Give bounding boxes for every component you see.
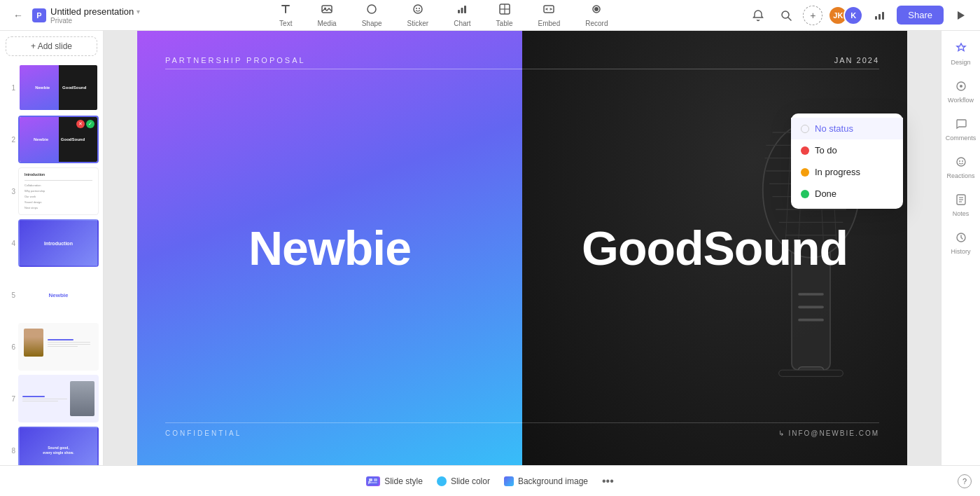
comments-label: Comments [946,135,976,142]
panel-workflow[interactable]: Workflow [944,74,978,109]
left-top-divider [165,69,522,69]
slide-thumbnail: Introduction Collaboration Why partnersh… [18,167,99,215]
no-status-dot [801,125,809,133]
panel-notes[interactable]: Notes [944,188,978,223]
shape-icon [365,3,378,18]
svg-rect-20 [878,14,881,20]
workflow-label: Workflow [948,97,974,104]
svg-point-4 [368,5,376,13]
newbie-brand: Newbie [248,221,411,275]
avatar-group: JK K [828,6,863,25]
analytics-button[interactable] [869,4,891,27]
tool-media[interactable]: Media [312,0,342,30]
slide-item[interactable]: 8 Sound good,every single show. [0,425,103,465]
tool-embed[interactable]: Embed [533,0,566,30]
svg-rect-26 [798,319,824,322]
tool-sticker[interactable]: Sticker [402,0,435,30]
confidential-label: CONFIDENTIAL [165,429,241,437]
panel-comments[interactable]: Comments [944,112,978,147]
tool-table[interactable]: Table [491,0,519,30]
tool-media-label: Media [317,20,336,27]
presentation-title[interactable]: Untitled presentation ▾ [50,6,140,17]
sticker-icon [412,3,424,18]
right-panel: Design Workflow Comments Reactions Notes [941,31,980,465]
slide-item[interactable]: 4 Introduction [0,217,103,269]
slide-color-button[interactable]: Slide color [437,476,490,486]
svg-point-47 [962,160,963,162]
tool-table-label: Table [496,20,513,27]
check-icon: ✓ [86,120,94,128]
email-label: ↳ INFO@NEWBIE.COM [778,429,879,437]
slide-style-button[interactable]: P Slide style [366,476,423,486]
panel-history[interactable]: History [944,226,978,261]
chart-icon [456,3,468,18]
status-in-progress[interactable]: In progress [791,161,903,183]
slide-style-icon: P [366,476,380,486]
tool-chart[interactable]: Chart [448,0,476,30]
add-collaborator-button[interactable]: + [803,6,822,25]
notes-icon [955,193,967,209]
slide-thumbnail: Introduction [18,219,99,267]
notes-label: Notes [953,210,969,217]
title-area: Untitled presentation ▾ Private [50,6,140,25]
tool-record[interactable]: Record [580,0,613,30]
notification-button[interactable] [747,4,769,27]
svg-rect-1 [285,5,286,13]
main-layout: + Add slide 1 Newbie GoodSound 2 New [0,31,980,465]
bottom-bar: P Slide style Slide color Background ima… [0,465,980,496]
slide-thumbnail: Newbie GoodSound [18,64,99,111]
back-button[interactable]: ← [8,6,28,25]
toolbar-tools: Text Media Shape Sticker [140,0,747,30]
svg-point-5 [414,5,422,13]
svg-rect-19 [875,16,877,20]
slide-overlay-avatars: ✕ ✓ [76,120,94,128]
slide-canvas: PARTNERSHIP PROPOSAL Newbie CONFIDENTIAL [137,31,907,465]
slide-item[interactable]: 7 [0,373,103,425]
slide-color-label: Slide color [451,476,490,486]
goodsound-brand: GoodSound [582,221,848,275]
slide-item[interactable]: 1 Newbie GoodSound [0,62,103,113]
slide-right-panel: JAN 2024 GoodSound ↳ INFO@NEWBIE.COM [522,31,907,465]
tool-shape[interactable]: Shape [356,0,388,30]
add-slide-button[interactable]: + Add slide [6,36,97,56]
slide-item[interactable]: 5 Newbie [0,269,103,321]
search-button[interactable] [775,4,797,27]
slide-item[interactable]: 3 Introduction Collaboration Why partner… [0,165,103,217]
panel-reactions[interactable]: Reactions [944,150,978,185]
share-button[interactable]: Share [897,6,944,25]
cross-icon: ✕ [76,120,85,128]
tool-text[interactable]: Text [274,0,298,30]
svg-point-6 [416,8,417,9]
slide-item[interactable]: 6 [0,321,103,373]
right-bottom-divider [522,422,879,423]
slide-item[interactable]: 2 Newbie GoodSound ✕ ✓ [0,113,103,165]
tool-embed-label: Embed [538,20,561,27]
history-label: History [951,248,970,255]
help-button[interactable]: ? [958,474,972,488]
partnership-label: PARTNERSHIP PROPOSAL [165,56,306,64]
design-icon [955,42,967,57]
status-todo[interactable]: To do [791,139,903,161]
slide-thumbnail: Newbie GoodSound ✕ ✓ [18,116,99,163]
background-image-button[interactable]: Background image [504,476,588,486]
record-icon [590,3,603,18]
status-no-status[interactable]: No status [791,118,903,139]
slide-thumbnail [18,375,99,422]
person-image-thumb [24,329,43,357]
tool-text-label: Text [279,20,292,27]
reactions-icon [955,156,967,171]
tool-record-label: Record [585,20,608,27]
tool-sticker-label: Sticker [407,20,429,27]
svg-line-18 [788,18,791,20]
status-done[interactable]: Done [791,183,903,205]
canvas-area[interactable]: PARTNERSHIP PROPOSAL Newbie CONFIDENTIAL [104,31,941,465]
avatar-k: K [844,6,863,25]
more-options-button[interactable]: ••• [602,475,614,488]
comments-icon [955,118,967,133]
present-button[interactable] [949,4,972,27]
panel-design[interactable]: Design [944,36,978,71]
embed-icon [542,3,555,18]
slide-thumbnail: Newbie [18,271,99,319]
date-label: JAN 2024 [834,56,879,64]
background-image-label: Background image [518,476,588,486]
